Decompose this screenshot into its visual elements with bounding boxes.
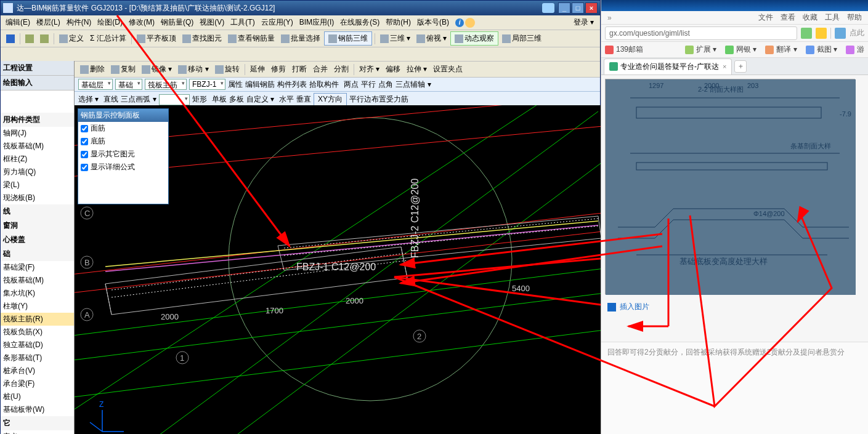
split-button[interactable]: 分割	[331, 63, 351, 76]
topview-button[interactable]: 俯视 ▾	[414, 32, 449, 45]
sidebar-item-strip2[interactable]: 基础板带(W)	[1, 403, 74, 416]
close-button[interactable]: ×	[585, 2, 598, 14]
menu-component[interactable]: 构件(N)	[64, 16, 94, 29]
rect-button[interactable]: 矩形	[192, 94, 207, 105]
sidebar-item-wall[interactable]: 剪力墙(Q)	[1, 166, 74, 179]
sidebar-item-raft-neg[interactable]: 筏板负筋(X)	[1, 326, 74, 339]
single-button[interactable]: 单板	[212, 94, 227, 105]
define-button[interactable]: 定义	[57, 32, 86, 45]
extend-button[interactable]: 延伸	[248, 63, 267, 76]
trans-link[interactable]: 翻译 ▾	[765, 44, 797, 55]
sidebar-item-raft-main[interactable]: 筏板主筋(R)	[1, 313, 74, 326]
vert-button[interactable]: 垂直	[296, 94, 311, 105]
panel-check-top[interactable]: 面筋	[78, 122, 168, 135]
sidebar-item-raft-m[interactable]: 筏板基础(M)	[1, 140, 74, 153]
bank-link[interactable]: 网银 ▾	[725, 44, 756, 55]
sidebar-item-capbeam[interactable]: 承台梁(F)	[1, 377, 74, 390]
rotate-button[interactable]: 旋转	[213, 63, 242, 76]
mirror-button[interactable]: 镜像 ▾	[139, 63, 174, 76]
basis-dropdown[interactable]: 基础	[115, 79, 142, 90]
save-button[interactable]	[4, 33, 17, 44]
menu-floor[interactable]: 楼层(L)	[34, 16, 63, 29]
menu-edit[interactable]: 编辑(E)	[3, 16, 33, 29]
sum-button[interactable]: Σ 汇总计算	[87, 32, 129, 45]
maximize-button[interactable]: □	[572, 2, 584, 14]
3d-button[interactable]: 三维 ▾	[378, 32, 413, 45]
rebar-display-panel[interactable]: 钢筋显示控制面板 面筋 底筋 显示其它图元 显示详细公式	[78, 108, 169, 204]
avatar-icon[interactable]	[465, 18, 475, 28]
batch-button[interactable]: 批量选择	[278, 32, 323, 45]
drawing-canvas[interactable]: A B C 1 2 2000 1700 2000 5400 FBZJ-1 C12…	[75, 105, 601, 434]
menu-bim[interactable]: BIM应用(I)	[297, 16, 337, 29]
login-dropdown[interactable]: 登录 ▾	[570, 16, 598, 29]
attr-button[interactable]: 属性	[228, 79, 243, 90]
panel-check-detail[interactable]: 显示详细公式	[78, 161, 168, 174]
local3d-button[interactable]: 局部三维	[500, 32, 544, 45]
sidebar-item-define[interactable]: 定义	[1, 430, 74, 434]
sidebar-item-pile[interactable]: 桩(U)	[1, 390, 74, 403]
sidebar-item-slab[interactable]: 现浇板(B)	[1, 191, 74, 204]
flat-button[interactable]: 平齐板顶	[134, 32, 179, 45]
bmenu-file[interactable]: 文件	[758, 12, 773, 23]
merge-button[interactable]: 合并	[310, 63, 330, 76]
sidebar-group-draw[interactable]: 绘图输入	[1, 76, 74, 90]
sidebar-item-col[interactable]: 框柱(Z)	[1, 153, 74, 166]
raft-dropdown[interactable]: 筏板主筋	[145, 79, 187, 90]
redo-button[interactable]	[38, 33, 51, 44]
sidebar-item-axis[interactable]: 轴网(J)	[1, 127, 74, 140]
new-tab-button[interactable]: +	[734, 60, 747, 73]
arc3-button[interactable]: 三点画弧 ▾	[121, 94, 156, 105]
stretch-button[interactable]: 拉伸 ▾	[404, 63, 429, 76]
menu-version[interactable]: 版本号(B)	[415, 16, 452, 29]
sidebar-item-raft2[interactable]: 筏板基础(M)	[1, 274, 74, 287]
align-button[interactable]: 对齐 ▾	[357, 63, 382, 76]
bmenu-tool[interactable]: 工具	[825, 12, 840, 23]
refresh-icon[interactable]	[801, 28, 812, 39]
bmenu-fav[interactable]: 收藏	[803, 12, 817, 23]
mail-link[interactable]: 139邮箱	[605, 44, 643, 55]
custom-button[interactable]: 自定义 ▾	[246, 94, 274, 105]
minimize-button[interactable]: _	[558, 2, 570, 14]
tab-active[interactable]: 专业造价问题答疑平台-广联达 ×	[604, 58, 732, 74]
menu-view[interactable]: 视图(V)	[197, 16, 227, 29]
copy-button[interactable]: 复制	[108, 63, 138, 76]
game-link[interactable]: 游	[846, 44, 864, 55]
ext-link[interactable]: 扩展 ▾	[685, 44, 716, 55]
xy-button[interactable]: XY方向	[314, 93, 347, 106]
url-input[interactable]: gx.com/question/giml/list	[605, 26, 797, 40]
shot-link[interactable]: 截图 ▾	[806, 44, 837, 55]
menu-help[interactable]: 帮助(H)	[383, 16, 413, 29]
bmenu-help[interactable]: 帮助	[847, 12, 862, 23]
sidebar-item-pit[interactable]: 集水坑(K)	[1, 287, 74, 300]
menu-modify[interactable]: 修改(M)	[126, 16, 157, 29]
go-hint[interactable]: 点此	[850, 28, 864, 38]
find-button[interactable]: 查找图元	[180, 32, 224, 45]
line-button[interactable]: 直线	[103, 94, 118, 105]
ptang-button[interactable]: 点角	[378, 79, 393, 90]
code-dropdown[interactable]: FBZJ-1	[189, 79, 225, 90]
threept-button[interactable]: 三点辅轴 ▾	[395, 79, 431, 90]
info-icon[interactable]: i	[455, 18, 464, 27]
blank-dropdown[interactable]	[159, 94, 190, 105]
pick-button[interactable]: 拾取构件	[309, 79, 339, 90]
lightning-icon[interactable]	[816, 28, 827, 39]
floor-dropdown[interactable]: 基础层	[78, 79, 113, 90]
delete-button[interactable]: 删除	[78, 63, 107, 76]
sidebar-item-iso[interactable]: 独立基础(D)	[1, 339, 74, 352]
dynview-button[interactable]: 动态观察	[450, 31, 498, 46]
complist-button[interactable]: 构件列表	[277, 79, 307, 90]
parallel-button[interactable]: 平行	[361, 79, 376, 90]
insert-image-link[interactable]: 插入图片	[601, 298, 868, 316]
menu-draw[interactable]: 绘图(D)	[95, 16, 125, 29]
sidebar-item-pilecap[interactable]: 桩承台(V)	[1, 364, 74, 377]
panel-check-bottom[interactable]: 底筋	[78, 135, 168, 148]
multi-button[interactable]: 多板	[229, 94, 244, 105]
move-button[interactable]: 移动 ▾	[176, 63, 211, 76]
rebar3d-button[interactable]: 钢筋三维	[324, 31, 372, 46]
break-button[interactable]: 打断	[290, 63, 309, 76]
trim-button[interactable]: 修剪	[269, 63, 288, 76]
twopt-button[interactable]: 两点	[344, 79, 359, 90]
grip-button[interactable]: 设置夹点	[431, 63, 465, 76]
menu-cloud[interactable]: 云应用(Y)	[259, 16, 296, 29]
select-button[interactable]: 选择 ▾	[78, 94, 99, 105]
